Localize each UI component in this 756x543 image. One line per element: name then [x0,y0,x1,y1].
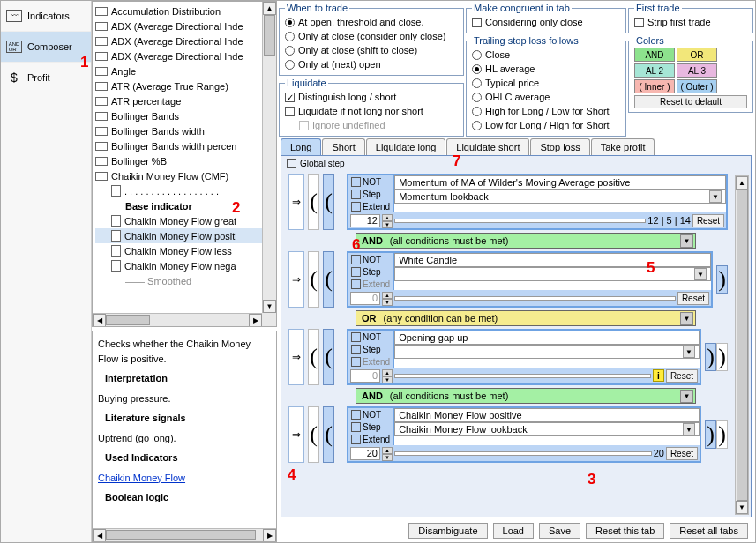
tree-item[interactable]: Angle [95,63,273,78]
cong-chk-1[interactable]: Considering only close [472,15,620,29]
rule-select[interactable]: ▼ [394,267,711,281]
rule-number[interactable]: 12 [350,214,380,227]
liq-chk-2[interactable]: Liquidate if not long nor short [285,104,458,118]
trail-radio-4[interactable]: High for Long / Low for Short [472,104,620,118]
rules-vscroll[interactable]: ▲ ▼ [735,175,749,515]
tree-item[interactable]: ATR (Average True Range) [95,78,273,93]
load-button[interactable]: Load [493,523,534,539]
param-slider[interactable] [394,219,646,223]
reset-tab-button[interactable]: Reset this tab [586,523,664,539]
rule-extend[interactable]: Extend [348,200,393,212]
tree-item[interactable]: Bollinger Bands width [95,123,273,138]
scroll-up-icon[interactable]: ▲ [736,176,748,190]
param-slider[interactable] [394,296,676,301]
tree-vscroll[interactable]: ▲ ▼ [262,2,276,313]
param-slider[interactable] [394,451,652,456]
rule-text[interactable]: White Candle [394,253,711,267]
rule-text[interactable]: Momentum of MA of Wilder's Moving Averag… [394,175,726,190]
trail-radio-1[interactable]: HL average [472,62,620,76]
when-radio-1[interactable]: Only at close (consider only close) [285,29,458,43]
tab-long[interactable]: Long [281,138,321,155]
when-radio-2[interactable]: Only at close (shift to close) [285,43,458,57]
reset-all-button[interactable]: Reset all tabs [670,523,748,539]
tree-smoothed[interactable]: —— Smoothed [95,273,273,288]
trail-radio-3[interactable]: OHLC average [472,90,620,104]
tree-item[interactable]: ADX (Average Directional Inde [95,48,273,63]
spinner[interactable]: ▲▼ [382,447,393,460]
tab-liquidate-long[interactable]: Liquidate long [366,138,446,155]
info-hscroll[interactable]: ◀ ▶ [93,528,276,541]
scroll-down-icon[interactable]: ▼ [263,300,276,313]
tree-item-cmf[interactable]: Chaikin Money Flow (CMF) [95,168,273,183]
scroll-thumb[interactable] [106,530,256,540]
trail-radio-2[interactable]: Typical price [472,76,620,90]
tree-item[interactable]: ATR percentage [95,93,273,108]
rule-step[interactable]: Step [348,265,393,278]
tree-item[interactable]: Chaikin Money Flow less [95,243,273,258]
indicator-tree[interactable]: Accumulation Distribution ADX (Average D… [92,1,277,327]
move-handle[interactable]: ⇒ [288,251,304,308]
disambiguate-button[interactable]: Disambiguate [408,523,487,539]
rule-select[interactable]: ▼ [394,345,700,359]
bracket-open-inner[interactable] [323,251,334,308]
tree-item[interactable]: Chaikin Money Flow great [95,213,273,228]
scroll-down-icon[interactable]: ▼ [736,501,748,514]
color-inner[interactable]: ( Inner ) [634,79,675,93]
logic-and-bar[interactable]: AND(all conditions must be met)▼ [356,388,696,404]
scroll-right-icon[interactable]: ▶ [263,529,276,542]
bracket-open-outer[interactable] [308,174,319,230]
param-slider[interactable] [394,374,651,378]
bracket-open-inner[interactable] [323,406,334,463]
bracket-open-inner[interactable] [323,329,334,385]
rule-text[interactable]: Opening gap up [394,331,700,345]
when-radio-3[interactable]: Only at (next) open [285,57,458,71]
trail-radio-5[interactable]: Low for Long / High for Short [472,118,620,132]
rule-reset-button[interactable]: Reset [677,292,709,305]
tree-item[interactable]: Bollinger %B [95,153,273,168]
tree-item[interactable]: Bollinger Bands width percen [95,138,273,153]
first-chk[interactable]: Strip first trade [634,15,747,29]
rule-step[interactable]: Step [348,343,393,355]
bracket-close-inner[interactable] [716,265,728,294]
bracket-close-outer[interactable] [716,343,728,371]
rule-not[interactable]: NOT [348,175,393,188]
move-handle[interactable]: ⇒ [288,406,304,463]
nav-composer[interactable]: ANDOR Composer [1,32,91,63]
nav-profit[interactable]: $ Profit [1,63,91,93]
info-icon[interactable]: i [653,369,664,382]
spinner[interactable]: ▲▼ [382,292,393,305]
trail-radio-0[interactable]: Close [472,48,620,62]
rule-number[interactable]: 0 [350,292,380,305]
bracket-close-outer[interactable] [716,420,728,449]
color-al3[interactable]: AL 3 [677,63,717,78]
rule-text[interactable]: Chaikin Money Flow positive [394,408,700,422]
tree-item[interactable]: Accumulation Distribution [95,4,273,19]
nav-indicators[interactable]: 〰 Indicators [1,1,91,32]
tree-item-selected[interactable]: Chaikin Money Flow positi [95,228,273,243]
scroll-thumb[interactable] [264,15,275,56]
tab-stop-loss[interactable]: Stop loss [530,138,589,155]
color-and[interactable]: AND [634,48,675,62]
liq-chk-1[interactable]: Distinguish long / short [285,90,458,104]
rule-extend[interactable]: Extend [348,433,393,445]
move-handle[interactable]: ⇒ [288,329,304,385]
rule-step[interactable]: Step [348,420,393,433]
bracket-open-outer[interactable] [308,406,319,463]
logic-or-bar[interactable]: OR(any condition can be met)▼ [356,310,696,326]
tree-item[interactable]: ADX (Average Directional Inde [95,33,273,48]
scroll-thumb[interactable] [737,190,748,501]
bracket-close-inner[interactable] [705,343,716,371]
rule-number[interactable]: 0 [350,369,380,383]
bracket-open-inner[interactable] [323,174,334,230]
rule-number[interactable]: 20 [350,447,380,460]
scroll-left-icon[interactable]: ◀ [93,314,106,327]
rule-not[interactable]: NOT [348,253,393,265]
rule-reset-button[interactable]: Reset [666,447,698,460]
tab-short[interactable]: Short [322,138,364,155]
when-radio-0[interactable]: At open, threshold and close. [285,15,458,29]
rule-step[interactable]: Step [348,188,393,200]
color-outer[interactable]: ( Outer ) [677,79,717,93]
scroll-thumb[interactable] [106,315,150,325]
scroll-up-icon[interactable]: ▲ [263,2,276,15]
move-handle[interactable]: ⇒ [288,174,304,230]
